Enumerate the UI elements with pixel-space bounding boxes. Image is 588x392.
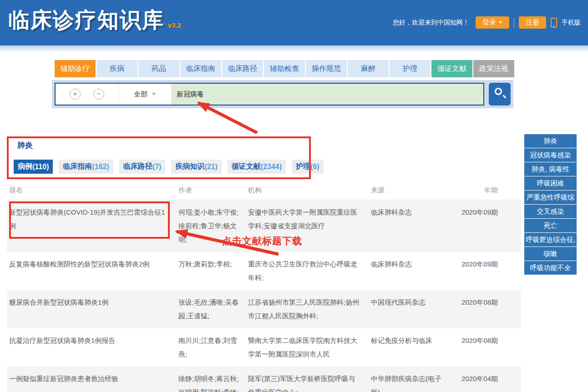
- nav-tab[interactable]: 临床路径: [222, 60, 263, 77]
- mobile-phone-icon: [551, 18, 557, 28]
- column-header-authors: 作者: [178, 186, 248, 195]
- result-category-tab[interactable]: 临床路径(7): [119, 160, 166, 174]
- nav-tab[interactable]: 辅助诊疗: [55, 60, 96, 77]
- result-title-link[interactable]: 糖尿病合并新型冠状病毒肺炎1例: [7, 296, 178, 323]
- nav-tab[interactable]: 麻醉: [348, 60, 389, 77]
- column-header-institution: 机构: [248, 186, 371, 195]
- result-category-tab[interactable]: 病例(110): [14, 160, 53, 174]
- result-title-link[interactable]: 新型冠状病毒肺炎(COVID-19)并发吉兰巴雷综合征1例: [7, 206, 178, 246]
- result-institution: 陆军(第三)军医大学新桥医院呼吸与危重症医学中心;: [248, 372, 371, 392]
- result-category-tab[interactable]: 循证文献(2344): [228, 160, 286, 174]
- result-year: 2020年09期: [451, 257, 514, 285]
- caret-down-icon: [152, 93, 156, 95]
- search-box: + − 全部: [55, 83, 484, 106]
- remove-search-row-button[interactable]: −: [93, 89, 104, 100]
- related-term[interactable]: 呼吸困难: [524, 176, 577, 190]
- related-term[interactable]: 肺炎: [524, 134, 577, 148]
- nav-tab-label: 操作规范: [312, 64, 341, 74]
- nav-tab-label: 疾病: [110, 64, 124, 74]
- nav-tab-label: 药品: [152, 64, 166, 74]
- result-tab-count: (2344): [261, 163, 282, 171]
- nav-tab-label: 临床指南: [186, 64, 215, 74]
- nav-tab[interactable]: 循证文献: [431, 60, 472, 77]
- version-badge: v3.2: [168, 21, 181, 33]
- column-header-title: 题名: [7, 186, 178, 195]
- nav-tab[interactable]: 操作规范: [306, 60, 347, 77]
- result-row: 反复病毒核酸检测阴性的新型冠状病毒肺炎2例 万秋;唐莉歆;李桓; 重庆市公共卫生…: [7, 252, 521, 290]
- search-scope-select[interactable]: 全部: [118, 84, 171, 105]
- nav-tab-label: 政策法规: [479, 64, 508, 74]
- result-authors: 徐静;胡明冬;蒋云秋;张明周;郭宇航;李琦;王关嵩;: [178, 372, 248, 392]
- result-keyword: 肺炎: [17, 140, 33, 151]
- related-term[interactable]: 咳嗽: [524, 247, 577, 261]
- header-actions: 您好，欢迎来到中国知网！ 登录 注册 手机版: [393, 16, 581, 29]
- nav-tab-label: 麻醉: [361, 64, 375, 74]
- search-input[interactable]: [171, 84, 483, 105]
- header-shadow: [0, 45, 588, 53]
- login-button-label: 登录: [482, 18, 496, 27]
- column-header-source: 来源: [371, 186, 451, 195]
- result-source: 中华肺部疾病杂志(电子版): [371, 372, 451, 392]
- related-term[interactable]: 死亡: [524, 219, 577, 232]
- result-institution: 暨南大学第二临床医学院南方科技大学第一附属医院深圳市人民: [248, 334, 371, 361]
- result-institution: 重庆市公共卫生医疗救治中心呼吸老年科;: [248, 257, 371, 285]
- nav-tab[interactable]: 政策法规: [473, 60, 514, 77]
- nav-tab[interactable]: 辅助检查: [264, 60, 305, 77]
- greeting-text: 您好，欢迎来到中国知网！: [393, 19, 469, 27]
- nav-tab-label: 辅助诊疗: [61, 64, 90, 74]
- result-category-tabs: 病例(110) 临床指南(162) 临床路径(7) 疾病知识(21) 循证文献(…: [14, 160, 324, 174]
- results-table: 题名 作者 机构 来源 年期 新型冠状病毒肺炎(COVID-19)并发吉兰巴雷综…: [7, 181, 521, 392]
- caret-down-icon: [499, 21, 502, 24]
- column-header-year: 年期: [451, 186, 514, 195]
- result-tab-label: 疾病知识: [175, 162, 204, 171]
- result-year: 2020年08期: [451, 334, 514, 361]
- nav-tab[interactable]: 疾病: [96, 60, 137, 77]
- related-term[interactable]: 严重急性呼吸综: [524, 191, 577, 204]
- search-row-controls: + −: [56, 84, 118, 105]
- nav-tab[interactable]: 临床指南: [180, 60, 221, 77]
- related-term[interactable]: 冠状病毒感染: [524, 148, 577, 162]
- result-institution: 江苏省扬州市第三人民医院肺科;扬州市江都人民医院胸外科;: [248, 296, 371, 323]
- result-tab-label: 循证文献: [232, 162, 261, 171]
- result-tab-label: 护理: [296, 162, 310, 171]
- result-tab-label: 临床路径: [123, 162, 152, 171]
- result-category-tab[interactable]: 护理(6): [292, 160, 324, 174]
- result-title-link[interactable]: 反复病毒核酸检测阴性的新型冠状病毒肺炎2例: [7, 257, 178, 285]
- related-term[interactable]: 呼吸窘迫综合征,: [524, 233, 577, 246]
- related-term[interactable]: 交叉感染: [524, 205, 577, 218]
- related-term[interactable]: 呼吸功能不全: [524, 261, 577, 275]
- page: 临床诊疗知识库 v3.2 您好，欢迎来到中国知网！ 登录 注册 手机版 辅助诊疗…: [0, 0, 588, 392]
- result-source: 临床肺科杂志: [371, 206, 451, 246]
- result-row: 一例疑似重症新冠肺炎患者救治经验 徐静;胡明冬;蒋云秋;张明周;郭宇航;李琦;王…: [7, 367, 521, 392]
- result-tab-count: (7): [152, 163, 162, 171]
- result-title-link[interactable]: 抗凝治疗新型冠状病毒肺炎1例报告: [7, 334, 178, 361]
- add-search-row-button[interactable]: +: [70, 89, 81, 100]
- result-category-tab[interactable]: 疾病知识(21): [171, 160, 221, 174]
- search-icon: [495, 88, 502, 95]
- register-button[interactable]: 注册: [519, 16, 546, 29]
- app-title-text: 临床诊疗知识库: [8, 7, 164, 33]
- app-title: 临床诊疗知识库 v3.2: [8, 7, 181, 33]
- result-category-tab[interactable]: 临床指南(162): [59, 160, 113, 174]
- related-terms-list: 肺炎 冠状病毒感染 肺炎, 病毒性 呼吸困难 严重急性呼吸综 交叉感染 死亡 呼…: [524, 134, 577, 275]
- result-authors: 张设;毛欣;潘唯;吴春园;王道猛;: [178, 296, 248, 323]
- result-tab-count: (110): [32, 163, 49, 171]
- nav-tab[interactable]: 药品: [138, 60, 179, 77]
- result-tab-count: (21): [204, 163, 217, 171]
- result-authors: 万秋;唐莉歆;李桓;: [178, 257, 248, 285]
- nav-tab[interactable]: 护理: [390, 60, 431, 77]
- nav-tab-label: 辅助检查: [270, 64, 299, 74]
- result-row: 抗凝治疗新型冠状病毒肺炎1例报告 南川川;江意春;刘雪燕; 暨南大学第二临床医学…: [7, 328, 521, 367]
- login-button[interactable]: 登录: [476, 16, 509, 29]
- result-tab-label: 临床指南: [63, 162, 92, 171]
- nav-tab-label: 护理: [403, 64, 417, 74]
- search-button[interactable]: [489, 83, 511, 106]
- result-title-link[interactable]: 一例疑似重症新冠肺炎患者救治经验: [7, 372, 178, 392]
- mobile-version-link[interactable]: 手机版: [562, 19, 581, 27]
- result-tab-label: 病例: [18, 162, 32, 171]
- header-divider: [514, 18, 514, 28]
- result-year: 2020年04期: [451, 372, 514, 392]
- result-authors: 南川川;江意春;刘雪燕;: [178, 334, 248, 361]
- nav-tab-label: 临床路径: [228, 64, 257, 74]
- related-term[interactable]: 肺炎, 病毒性: [524, 162, 577, 176]
